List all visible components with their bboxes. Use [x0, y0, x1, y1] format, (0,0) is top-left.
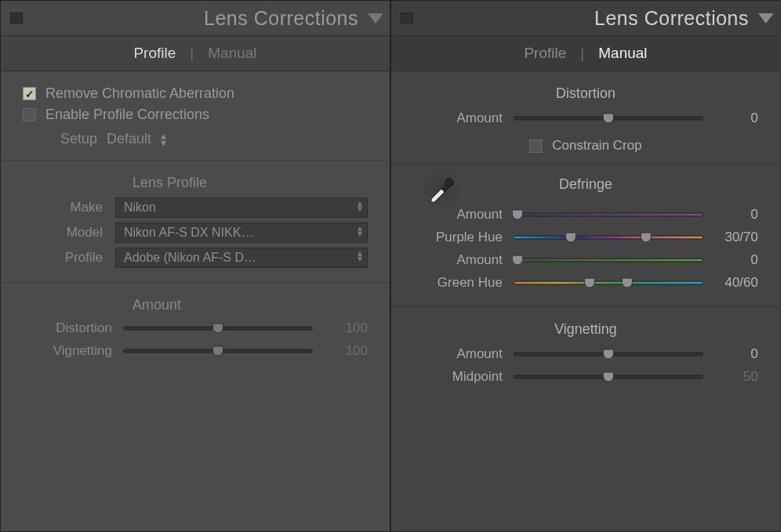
- purple-hue-label: Purple Hue: [413, 230, 514, 245]
- vignetting-heading: Vignetting: [413, 321, 758, 338]
- purple-amount-value[interactable]: 0: [703, 207, 758, 223]
- tab-profile[interactable]: Profile: [133, 45, 176, 62]
- model-row: Model Nikon AF-S DX NIKK… ▴▾: [23, 223, 368, 243]
- vignetting-value[interactable]: 100: [313, 343, 368, 359]
- purple-hue-slider[interactable]: [514, 232, 703, 243]
- vignetting-amount-label: Amount: [413, 346, 514, 362]
- panel-title: Lens Corrections: [413, 7, 755, 30]
- distortion-amount-row: Amount 0: [413, 110, 758, 127]
- vignetting-slider[interactable]: [123, 346, 313, 356]
- vignetting-label: Vignetting: [23, 343, 123, 359]
- eyedropper-icon[interactable]: [426, 173, 457, 204]
- amount-section: Amount Distortion 100 Vignetting 100: [1, 283, 390, 531]
- vignetting-amount-row: Amount 0: [413, 346, 758, 363]
- tab-profile[interactable]: Profile: [524, 45, 566, 62]
- purple-amount-slider[interactable]: [514, 209, 703, 220]
- slider-thumb-lo-icon[interactable]: [584, 278, 595, 288]
- enable-profile-label: Enable Profile Corrections: [45, 107, 209, 123]
- lens-profile-section: Lens Profile Make Nikon ▴▾ Model Nikon A…: [1, 161, 390, 283]
- purple-hue-value[interactable]: 30/70: [703, 230, 758, 245]
- tab-row: Profile | Manual: [1, 36, 390, 71]
- profile-value: Adobe (Nikon AF-S D…: [124, 251, 256, 265]
- distortion-amount-value[interactable]: 0: [703, 110, 758, 126]
- vignetting-amount-value[interactable]: 0: [703, 346, 758, 362]
- remove-ca-label: Remove Chromatic Aberration: [45, 85, 234, 102]
- panel-header: Lens Corrections: [391, 1, 780, 36]
- distortion-label: Distortion: [23, 320, 123, 336]
- make-value: Nikon: [124, 201, 156, 215]
- model-label: Model: [23, 225, 115, 241]
- tab-separator: |: [190, 45, 194, 62]
- lens-corrections-panel-profile: Lens Corrections Profile | Manual Remove…: [0, 0, 390, 532]
- slider-thumb-icon[interactable]: [512, 210, 523, 220]
- purple-amount-row: Amount 0: [413, 206, 758, 223]
- remove-ca-row[interactable]: Remove Chromatic Aberration: [23, 85, 368, 102]
- green-amount-row: Amount 0: [413, 252, 758, 269]
- profile-label: Profile: [23, 250, 115, 266]
- distortion-section: Distortion Amount 0 Constrain Crop: [391, 71, 780, 164]
- slider-thumb-icon[interactable]: [512, 255, 523, 266]
- slider-thumb-hi-icon[interactable]: [641, 233, 652, 243]
- vignetting-amount-slider[interactable]: [514, 349, 703, 360]
- amount-heading: Amount: [132, 297, 368, 313]
- green-hue-value[interactable]: 40/60: [703, 275, 758, 291]
- model-dropdown[interactable]: Nikon AF-S DX NIKK… ▴▾: [115, 223, 368, 243]
- distortion-slider[interactable]: [123, 323, 313, 334]
- dropdown-icon: ▴▾: [358, 226, 362, 236]
- svg-point-0: [445, 179, 453, 186]
- slider-thumb-hi-icon[interactable]: [622, 278, 633, 288]
- slider-thumb-lo-icon[interactable]: [565, 233, 576, 243]
- dropdown-icon: ▴▾: [358, 201, 362, 211]
- disclosure-icon[interactable]: [758, 13, 774, 24]
- vignetting-midpoint-row: Midpoint 50: [413, 368, 758, 385]
- slider-thumb-icon[interactable]: [603, 349, 614, 360]
- green-amount-value[interactable]: 0: [703, 252, 758, 268]
- panel-toggle-icon[interactable]: [10, 13, 23, 24]
- lens-corrections-panel-manual: Lens Corrections Profile | Manual Distor…: [390, 0, 781, 532]
- distortion-amount-slider[interactable]: [514, 113, 703, 124]
- green-hue-row: Green Hue 40/60: [413, 274, 758, 291]
- green-amount-label: Amount: [413, 252, 514, 268]
- model-value: Nikon AF-S DX NIKK…: [124, 226, 253, 240]
- slider-thumb-icon[interactable]: [212, 324, 223, 334]
- tab-row: Profile | Manual: [391, 36, 780, 71]
- enable-profile-row[interactable]: Enable Profile Corrections: [23, 107, 368, 123]
- make-label: Make: [23, 200, 115, 215]
- remove-ca-checkbox[interactable]: [23, 87, 36, 100]
- setup-row[interactable]: Setup Default ▴▾: [60, 131, 368, 147]
- constrain-crop-checkbox[interactable]: [529, 139, 543, 153]
- tab-separator: |: [580, 45, 584, 62]
- slider-thumb-icon[interactable]: [603, 114, 614, 124]
- profile-row: Profile Adobe (Nikon AF-S D… ▴▾: [23, 248, 368, 268]
- setup-label: Setup: [60, 131, 97, 147]
- profile-dropdown[interactable]: Adobe (Nikon AF-S D… ▴▾: [115, 248, 368, 268]
- green-hue-slider[interactable]: [514, 277, 703, 288]
- defringe-heading: Defringe: [559, 176, 612, 193]
- vignetting-midpoint-slider[interactable]: [514, 371, 703, 382]
- constrain-crop-row[interactable]: Constrain Crop: [413, 138, 758, 154]
- slider-thumb-icon[interactable]: [212, 346, 223, 356]
- constrain-crop-label: Constrain Crop: [552, 138, 641, 154]
- checkbox-section: Remove Chromatic Aberration Enable Profi…: [1, 71, 390, 161]
- green-hue-label: Green Hue: [413, 275, 514, 291]
- panel-title: Lens Corrections: [23, 7, 365, 30]
- dropdown-icon: ▴▾: [358, 251, 362, 261]
- setup-value: Default: [107, 131, 151, 147]
- slider-thumb-icon[interactable]: [603, 372, 614, 382]
- vignetting-section: Vignetting Amount 0 Midpoint 50: [391, 307, 780, 531]
- make-dropdown[interactable]: Nikon ▴▾: [115, 197, 368, 218]
- panel-toggle-icon[interactable]: [401, 13, 413, 24]
- vignetting-midpoint-label: Midpoint: [413, 369, 514, 385]
- distortion-value[interactable]: 100: [313, 320, 368, 336]
- tab-manual[interactable]: Manual: [598, 45, 647, 62]
- make-row: Make Nikon ▴▾: [23, 197, 368, 218]
- disclosure-icon[interactable]: [368, 13, 383, 24]
- vignetting-midpoint-value[interactable]: 50: [703, 369, 758, 385]
- tab-manual[interactable]: Manual: [208, 45, 256, 62]
- purple-amount-label: Amount: [413, 207, 514, 223]
- green-amount-slider[interactable]: [514, 255, 703, 266]
- distortion-amount-label: Amount: [413, 110, 514, 126]
- updown-icon: ▴▾: [161, 132, 166, 146]
- distortion-heading: Distortion: [413, 85, 758, 102]
- enable-profile-checkbox[interactable]: [23, 108, 36, 121]
